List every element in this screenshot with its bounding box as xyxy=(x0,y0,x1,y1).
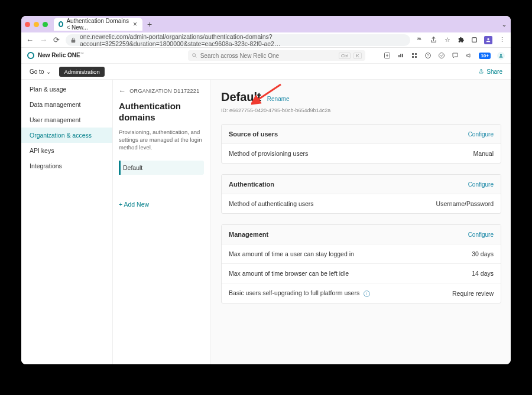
incognito-icon[interactable] xyxy=(471,36,478,44)
kbd-hint-ctrl: Ctrl xyxy=(339,53,351,59)
query-builder-icon[interactable] xyxy=(397,52,404,59)
svg-rect-0 xyxy=(472,38,477,43)
apps-grid-icon[interactable] xyxy=(411,52,418,59)
tab-title: Authentication Domains < New... xyxy=(66,18,129,31)
breadcrumb[interactable]: ← ORGANIZATION D1172221 xyxy=(119,87,204,95)
nav-plan-usage[interactable]: Plan & usage xyxy=(21,81,112,97)
tabs-overflow-icon[interactable]: ⌄ xyxy=(501,20,507,28)
data-explorer-icon[interactable] xyxy=(384,52,391,59)
panel-title: Authentication domains xyxy=(119,101,204,123)
svg-text:?: ? xyxy=(427,54,429,57)
row-value: Manual xyxy=(473,150,494,157)
administration-pill[interactable]: Administration xyxy=(59,67,104,77)
info-icon[interactable]: i xyxy=(364,290,370,297)
app-header: New Relic ONE™ Ctrl K ? 10+ xyxy=(21,48,511,64)
context-bar: Go to⌄ Administration Share xyxy=(21,64,511,80)
svg-point-1 xyxy=(192,54,195,57)
close-window-icon[interactable] xyxy=(25,22,30,27)
back-arrow-icon[interactable]: ← xyxy=(119,87,126,95)
row-value: Username/Password xyxy=(436,200,494,207)
global-search[interactable]: Ctrl K xyxy=(188,50,365,61)
card-authentication: Authentication Configure Method of authe… xyxy=(221,174,501,214)
search-input[interactable] xyxy=(200,53,336,59)
url-field[interactable]: one.newrelic.com/admin-portal/organizati… xyxy=(66,34,410,46)
row-value: Require review xyxy=(452,290,494,297)
share-button[interactable]: Share xyxy=(478,68,502,75)
svg-rect-5 xyxy=(412,56,414,58)
browser-tab-strip: Authentication Domains < New... × + ⌄ xyxy=(21,16,511,32)
lock-icon xyxy=(70,37,76,44)
minimize-window-icon[interactable] xyxy=(34,22,39,27)
newrelic-favicon-icon xyxy=(59,21,63,27)
row-value: 14 days xyxy=(472,270,494,277)
row-label: Basic users self-upgrading to full platf… xyxy=(229,289,359,296)
kbd-hint-k: K xyxy=(353,53,361,59)
checkmark-icon[interactable] xyxy=(438,52,445,59)
card-title: Management xyxy=(229,231,268,238)
notifications-badge[interactable]: 10+ xyxy=(479,53,491,59)
admin-left-nav: Plan & usage Data management User manage… xyxy=(21,80,113,364)
browser-menu-icon[interactable]: ⋮ xyxy=(498,36,506,44)
panel-description: Provisioning, authentication, and settin… xyxy=(119,128,204,152)
card-row: Basic users self-upgrading to full platf… xyxy=(222,283,501,303)
close-tab-icon[interactable]: × xyxy=(132,21,138,28)
user-menu-icon[interactable] xyxy=(497,52,505,60)
row-label: Max amount of time browser can be left i… xyxy=(229,270,349,277)
forward-icon[interactable]: → xyxy=(40,35,47,44)
browser-address-bar: ← → ⟳ one.newrelic.com/admin-portal/orga… xyxy=(21,32,511,48)
new-tab-button[interactable]: + xyxy=(147,19,152,29)
svg-rect-4 xyxy=(415,53,417,55)
translate-icon[interactable] xyxy=(416,36,424,44)
domain-list-panel: ← ORGANIZATION D1172221 Authentication d… xyxy=(113,80,210,364)
search-icon xyxy=(192,53,197,58)
back-icon[interactable]: ← xyxy=(26,35,34,44)
row-label: Max amount of time a user can stay logge… xyxy=(229,250,354,257)
reload-icon[interactable]: ⟳ xyxy=(53,35,60,44)
card-row: Method of provisioning users Manual xyxy=(222,143,501,163)
configure-mgmt-link[interactable]: Configure xyxy=(468,231,494,238)
card-title: Source of users xyxy=(229,130,278,138)
row-label: Method of authenticating users xyxy=(229,200,314,207)
configure-source-link[interactable]: Configure xyxy=(468,131,494,138)
nav-integrations[interactable]: Integrations xyxy=(21,158,112,174)
configure-auth-link[interactable]: Configure xyxy=(468,181,494,188)
rename-link[interactable]: Rename xyxy=(267,96,290,102)
share-icon xyxy=(478,68,484,74)
card-row: Method of authenticating users Username/… xyxy=(222,194,501,213)
chevron-down-icon: ⌄ xyxy=(46,68,51,75)
extensions-puzzle-icon[interactable] xyxy=(457,36,465,44)
page-title: Default xyxy=(221,90,261,104)
announcement-icon[interactable] xyxy=(465,52,472,59)
svg-point-9 xyxy=(439,53,445,58)
add-new-domain-button[interactable]: + Add New xyxy=(119,201,204,208)
nav-user-management[interactable]: User management xyxy=(21,112,112,128)
card-row: Max amount of time browser can be left i… xyxy=(222,263,501,283)
nav-data-management[interactable]: Data management xyxy=(21,97,112,112)
card-title: Authentication xyxy=(229,181,274,188)
svg-rect-3 xyxy=(412,53,414,55)
go-to-dropdown[interactable]: Go to⌄ xyxy=(30,68,51,75)
domain-list-item[interactable]: Default xyxy=(119,161,204,175)
nav-organization-access[interactable]: Organization & access xyxy=(21,128,112,143)
app-logo-text: New Relic ONE™ xyxy=(38,52,84,58)
browser-tab[interactable]: Authentication Domains < New... × xyxy=(54,18,142,31)
row-label: Method of provisioning users xyxy=(229,150,308,157)
card-management: Management Configure Max amount of time … xyxy=(221,224,501,303)
nav-api-keys[interactable]: API keys xyxy=(21,143,112,158)
newrelic-logo-icon xyxy=(27,52,34,59)
row-value: 30 days xyxy=(472,250,494,257)
card-row: Max amount of time a user can stay logge… xyxy=(222,244,501,263)
card-source-of-users: Source of users Configure Method of prov… xyxy=(221,124,501,164)
svg-rect-6 xyxy=(415,56,417,58)
feedback-icon[interactable] xyxy=(452,52,459,59)
url-text: one.newrelic.com/admin-portal/organizati… xyxy=(80,33,406,47)
help-icon[interactable]: ? xyxy=(424,52,432,59)
share-url-icon[interactable] xyxy=(430,36,437,44)
window-controls xyxy=(25,22,48,27)
breadcrumb-org: ORGANIZATION D1172221 xyxy=(129,88,199,94)
bookmark-star-icon[interactable]: ☆ xyxy=(443,36,451,44)
maximize-window-icon[interactable] xyxy=(43,22,48,27)
domain-detail-panel: Default Rename ID: e6627755-0420-4795-b0… xyxy=(210,80,511,364)
profile-avatar-icon[interactable] xyxy=(484,36,492,44)
domain-id: ID: e6627755-0420-4795-b0cb-b654d9b14c2a xyxy=(221,107,501,113)
